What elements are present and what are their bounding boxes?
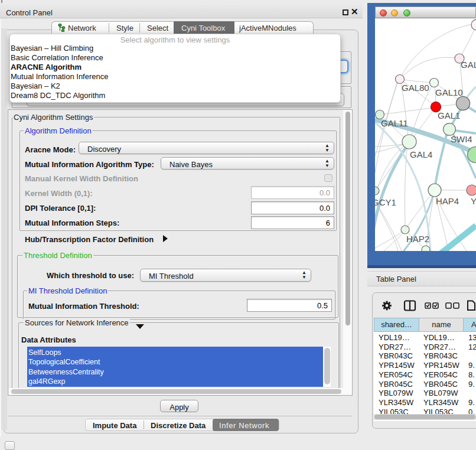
svg-text:GAL1: GAL1 [438, 110, 460, 120]
svg-text:GAL11: GAL11 [381, 118, 408, 128]
svg-text:GAL10: GAL10 [435, 87, 463, 97]
svg-text:Y: Y [471, 196, 476, 206]
svg-text:GAL: GAL [461, 60, 476, 70]
svg-text:GAL80: GAL80 [402, 83, 429, 93]
svg-text:HAP2: HAP2 [406, 234, 429, 244]
svg-text:GAL4: GAL4 [410, 149, 432, 159]
svg-text:SWI4: SWI4 [451, 134, 472, 144]
svg-text:HAP4: HAP4 [436, 196, 459, 206]
svg-text:GCY1: GCY1 [375, 197, 396, 207]
